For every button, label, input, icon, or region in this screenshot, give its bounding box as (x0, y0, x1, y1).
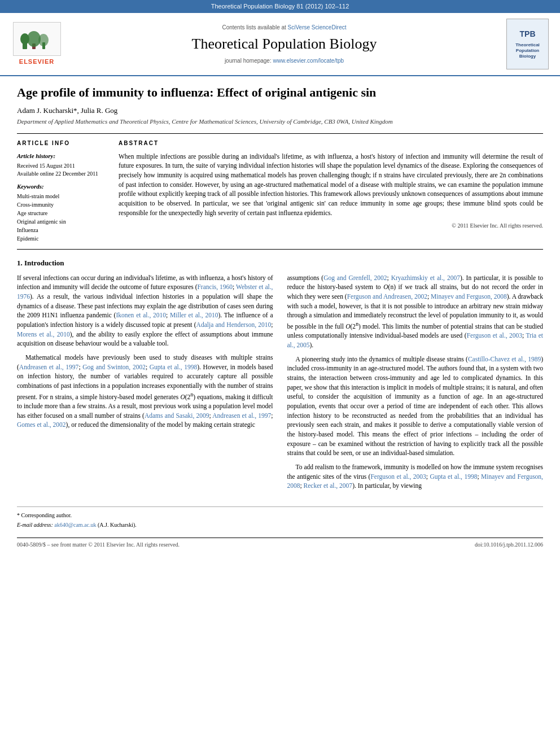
corresponding-note: * Corresponding author. (17, 512, 543, 519)
keyword-5: Influenza (17, 226, 107, 234)
keywords-label: Keywords: (17, 182, 107, 191)
keywords-list: Multi-strain model Cross-immunity Age st… (17, 193, 107, 243)
footnote-section: * Corresponding author. E-mail address: … (17, 506, 543, 529)
intro-para-2: Mathematical models have previously been… (17, 353, 273, 430)
info-abstract-section: ARTICLE INFO Article history: Received 1… (17, 139, 543, 244)
elsevier-wordmark: ELSEVIER (19, 58, 54, 66)
keyword-3: Age structure (17, 209, 107, 217)
abstract-panel: ABSTRACT When multiple infections are po… (119, 139, 543, 244)
ref-ferguson-2003[interactable]: Ferguson et al., 2003 (467, 332, 522, 339)
article-info-panel: ARTICLE INFO Article history: Received 1… (17, 139, 107, 244)
ref-francis-1960[interactable]: Francis, 1960 (197, 283, 233, 290)
ref-andreasen-1997b[interactable]: Andreasen et al., 1997 (212, 412, 271, 419)
keyword-4: Original antigenic sin (17, 218, 107, 226)
ref-recker-2007[interactable]: Recker et al., 2007 (304, 482, 353, 489)
elsevier-logo-block: ELSEVIER (11, 22, 62, 66)
copyright-notice: © 2011 Elsevier Inc. All rights reserved… (119, 222, 543, 230)
authors-line: Adam J. Kucharski*, Julia R. Gog (17, 106, 543, 116)
intro-right-col: assumptions (Gog and Grenfell, 2002; Kry… (287, 273, 544, 496)
available-date: Available online 22 December 2011 (17, 170, 107, 178)
ref-gupta-1998b[interactable]: Gupta et al., 1998 (430, 473, 478, 480)
issn-notice: 0040-5809/$ – see front matter © 2011 El… (17, 541, 180, 549)
sciverse-link[interactable]: SciVerse ScienceDirect (288, 24, 347, 30)
intro-para-4: A pioneering study into the dynamics of … (287, 355, 544, 458)
header-divider (17, 133, 543, 134)
article-history-label: Article history: (17, 152, 107, 160)
author-email-link[interactable]: ak640@cam.ac.uk (54, 522, 96, 528)
footer-bar: 0040-5809/$ – see front matter © 2011 El… (17, 538, 543, 549)
elsevier-logo-image (13, 22, 61, 56)
keyword-2: Cross-immunity (17, 201, 107, 209)
article-info-dates: Received 15 August 2011 Available online… (17, 162, 107, 178)
homepage-link[interactable]: www.elsevier.com/locate/tpb (273, 58, 344, 64)
article-title: Age profile of immunity to influenza: Ef… (17, 85, 543, 101)
sciverse-line: Contents lists available at SciVerse Sci… (73, 24, 495, 32)
ref-kryazhimskiy-2007[interactable]: Kryazhimskiy et al., 2007 (391, 274, 460, 281)
ref-adalja-2010[interactable]: Adalja and Henderson, 2010 (196, 321, 272, 328)
ref-adams-sasaki-2009[interactable]: Adams and Sasaki, 2009 (145, 412, 209, 419)
intro-para-3: assumptions (Gog and Grenfell, 2002; Kry… (287, 273, 544, 350)
ref-gog-swinton-2002[interactable]: Gog and Swinton, 2002 (82, 364, 146, 370)
intro-left-col: If several infections can occur during a… (17, 273, 273, 496)
intro-heading: 1. Introduction (17, 258, 543, 268)
author-affiliation: Department of Applied Mathematics and Th… (17, 117, 543, 126)
ref-gupta-1998[interactable]: Gupta et al., 1998 (150, 364, 197, 370)
journal-homepage: journal homepage: www.elsevier.com/locat… (73, 57, 495, 65)
intro-para-5: To add realism to the framework, immunit… (287, 462, 544, 491)
keyword-6: Epidemic (17, 235, 107, 243)
journal-citation-bar: Theoretical Population Biology 81 (2012)… (0, 0, 560, 13)
ref-ferguson-2003b[interactable]: Ferguson et al., 2003 (370, 473, 426, 480)
ref-andreasen-1997[interactable]: Andreasen et al., 1997 (19, 364, 79, 370)
received-date: Received 15 August 2011 (17, 162, 107, 170)
journal-name: Theoretical Population Biology (73, 34, 495, 54)
body-section: 1. Introduction If several infections ca… (17, 258, 543, 495)
ref-miller-2010[interactable]: Miller et al., 2010 (170, 312, 218, 318)
main-content: Age profile of immunity to influenza: Ef… (0, 76, 560, 560)
svg-point-5 (38, 34, 49, 46)
journal-citation: Theoretical Population Biology 81 (2012)… (211, 3, 349, 10)
cover-abbr: TPB (520, 29, 536, 40)
ref-castillo-chavez-1989[interactable]: Castillo-Chavez et al., 1989 (468, 356, 541, 362)
intro-section-number: 1. (17, 259, 23, 267)
ref-ferguson-andreasen-2002[interactable]: Ferguson and Andreasen, 2002 (347, 293, 427, 300)
intro-para-1: If several infections can occur during a… (17, 273, 273, 348)
ref-morens-2010[interactable]: Morens et al., 2010 (17, 331, 70, 338)
intro-section-title: Introduction (24, 259, 64, 267)
cover-full-name: TheoreticalPopulationBiology (515, 42, 540, 60)
abstract-body-divider (17, 249, 543, 250)
ref-webster-1976[interactable]: Webster et al., 1976 (17, 283, 273, 300)
doi-notice: doi:10.1016/j.tpb.2011.12.006 (475, 541, 543, 549)
article-info-heading: ARTICLE INFO (17, 139, 107, 147)
journal-header: ELSEVIER Contents lists available at Sci… (0, 13, 560, 76)
ref-ikonen-2010[interactable]: Ikonen et al., 2010 (116, 312, 166, 318)
journal-cover-image: TPB TheoreticalPopulationBiology (506, 19, 549, 69)
keyword-1: Multi-strain model (17, 193, 107, 200)
email-note: E-mail address: ak640@cam.ac.uk (A.J. Ku… (17, 521, 543, 529)
journal-title-block: Contents lists available at SciVerse Sci… (73, 24, 495, 64)
ref-minayev-ferguson-2008[interactable]: Minayev and Ferguson, 2008 (431, 293, 507, 300)
author-names: Adam J. Kucharski*, Julia R. Gog (17, 106, 117, 115)
ref-gomes-2002[interactable]: Gomes et al., 2002 (17, 421, 66, 428)
abstract-heading: ABSTRACT (119, 139, 543, 147)
intro-two-col: If several infections can occur during a… (17, 273, 543, 496)
abstract-text: When multiple infections are possible du… (119, 152, 543, 218)
ref-gog-grenfell-2002[interactable]: Gog and Grenfell, 2002 (323, 274, 387, 281)
